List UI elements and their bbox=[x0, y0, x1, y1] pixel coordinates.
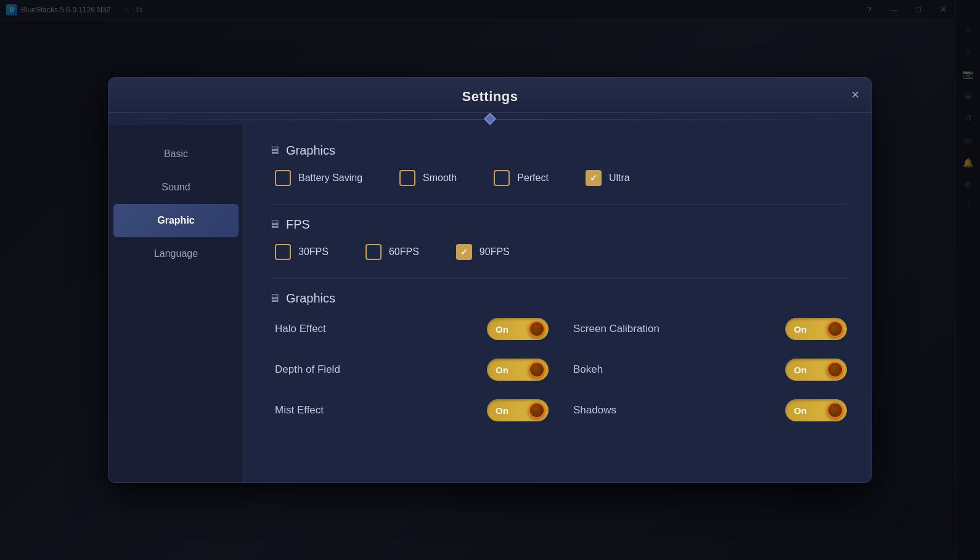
toggle-screen-calibration-value: On bbox=[794, 324, 807, 335]
checkbox-perfect[interactable]: Perfect bbox=[494, 170, 549, 186]
toggle-label-bokeh: Bokeh bbox=[573, 363, 603, 376]
section-divider-fps bbox=[269, 205, 847, 205]
toggle-shadows-value: On bbox=[794, 405, 807, 416]
settings-dialog: Settings × Basic Sound Graphic Language … bbox=[108, 77, 872, 483]
toggle-mist-effect-knob bbox=[529, 402, 545, 418]
left-nav: Basic Sound Graphic Language bbox=[108, 125, 244, 482]
graphics-effects-icon: 🖥 bbox=[269, 292, 280, 305]
toggle-mist-effect[interactable]: On bbox=[487, 399, 549, 421]
checkbox-perfect-label: Perfect bbox=[517, 172, 549, 184]
graphics-quality-title: Graphics bbox=[286, 144, 335, 158]
toggle-label-halo-effect: Halo Effect bbox=[275, 323, 326, 335]
checkbox-ultra-label: Ultra bbox=[609, 172, 630, 184]
checkbox-30fps-label: 30FPS bbox=[298, 246, 329, 258]
toggle-mist-effect-value: On bbox=[496, 405, 508, 416]
dialog-close-button[interactable]: × bbox=[851, 88, 859, 102]
checkbox-60fps[interactable]: 60FPS bbox=[365, 244, 419, 260]
graphics-quality-header: 🖥 Graphics bbox=[269, 144, 847, 158]
toggle-label-shadows: Shadows bbox=[573, 404, 616, 416]
content-area: 🖥 Graphics Battery Saving Smooth Perfect bbox=[244, 125, 872, 482]
checkbox-90fps[interactable]: 90FPS bbox=[456, 244, 510, 260]
toggle-screen-calibration[interactable]: On bbox=[785, 318, 847, 340]
checkbox-90fps-box[interactable] bbox=[456, 244, 472, 260]
toggle-item-mist-effect: Mist Effect On bbox=[275, 399, 549, 421]
toggle-screen-calibration-knob bbox=[827, 321, 843, 337]
toggle-item-bokeh: Bokeh On bbox=[573, 359, 847, 381]
modal-overlay: Settings × Basic Sound Graphic Language … bbox=[0, 0, 980, 560]
toggle-depth-of-field[interactable]: On bbox=[487, 359, 549, 381]
nav-item-basic[interactable]: Basic bbox=[108, 137, 243, 171]
graphics-effects-header: 🖥 Graphics bbox=[269, 291, 847, 306]
dialog-header: Settings × bbox=[108, 78, 872, 113]
toggle-item-halo-effect: Halo Effect On bbox=[275, 318, 549, 340]
checkbox-smooth-label: Smooth bbox=[423, 172, 457, 184]
fps-header: 🖥 FPS bbox=[269, 217, 847, 232]
toggle-halo-effect[interactable]: On bbox=[487, 318, 549, 340]
toggle-halo-effect-value: On bbox=[496, 324, 508, 335]
checkbox-30fps[interactable]: 30FPS bbox=[275, 244, 329, 260]
checkbox-battery-saving-label: Battery Saving bbox=[298, 172, 362, 184]
diamond-divider bbox=[108, 113, 872, 125]
toggle-item-depth-of-field: Depth of Field On bbox=[275, 359, 549, 381]
checkbox-smooth-box[interactable] bbox=[399, 170, 415, 186]
graphics-quality-icon: 🖥 bbox=[269, 144, 280, 157]
checkbox-battery-saving[interactable]: Battery Saving bbox=[275, 170, 362, 186]
graphics-effects-title: Graphics bbox=[286, 291, 335, 306]
nav-item-graphic[interactable]: Graphic bbox=[113, 204, 239, 237]
checkbox-ultra[interactable]: Ultra bbox=[586, 170, 630, 186]
toggle-depth-of-field-value: On bbox=[496, 365, 508, 375]
checkbox-30fps-box[interactable] bbox=[275, 244, 291, 260]
toggle-bokeh-knob bbox=[827, 362, 843, 378]
checkbox-perfect-box[interactable] bbox=[494, 170, 510, 186]
toggle-label-mist-effect: Mist Effect bbox=[275, 404, 324, 416]
toggle-item-screen-calibration: Screen Calibration On bbox=[573, 318, 847, 340]
toggle-bokeh[interactable]: On bbox=[785, 359, 847, 381]
checkbox-ultra-box[interactable] bbox=[586, 170, 602, 186]
toggle-grid: Halo Effect On Screen Calibration On bbox=[269, 318, 847, 421]
toggle-label-depth-of-field: Depth of Field bbox=[275, 363, 340, 376]
checkbox-battery-saving-box[interactable] bbox=[275, 170, 291, 186]
toggle-halo-effect-knob bbox=[529, 321, 545, 337]
checkbox-60fps-box[interactable] bbox=[365, 244, 382, 260]
toggle-shadows[interactable]: On bbox=[785, 399, 847, 421]
toggle-bokeh-value: On bbox=[794, 365, 807, 375]
nav-item-sound[interactable]: Sound bbox=[108, 171, 243, 204]
checkbox-60fps-label: 60FPS bbox=[389, 246, 419, 258]
fps-options: 30FPS 60FPS 90FPS bbox=[269, 244, 847, 260]
fps-icon: 🖥 bbox=[269, 218, 280, 231]
fps-title: FPS bbox=[286, 217, 310, 232]
diamond-shape bbox=[484, 113, 496, 125]
graphics-quality-options: Battery Saving Smooth Perfect Ultra bbox=[269, 170, 847, 186]
section-divider-effects bbox=[269, 278, 847, 279]
dialog-body: Basic Sound Graphic Language 🖥 Graphics … bbox=[108, 125, 872, 482]
toggle-depth-of-field-knob bbox=[529, 362, 545, 378]
toggle-item-shadows: Shadows On bbox=[573, 399, 847, 421]
dialog-title: Settings bbox=[462, 89, 518, 104]
checkbox-smooth[interactable]: Smooth bbox=[399, 170, 457, 186]
toggle-shadows-knob bbox=[827, 402, 843, 418]
nav-item-language[interactable]: Language bbox=[108, 237, 243, 270]
checkbox-90fps-label: 90FPS bbox=[480, 246, 510, 258]
toggle-label-screen-calibration: Screen Calibration bbox=[573, 323, 659, 335]
